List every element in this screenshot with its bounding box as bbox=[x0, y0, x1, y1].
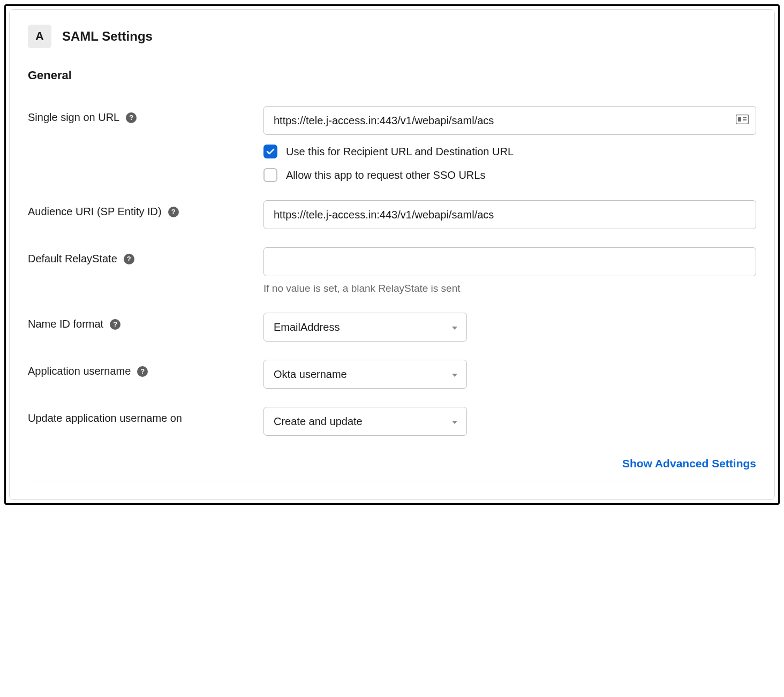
label-audience-uri: Audience URI (SP Entity ID) bbox=[28, 206, 162, 218]
row-sso-url: Single sign on URL ? bbox=[28, 106, 756, 182]
label-sso-url: Single sign on URL bbox=[28, 111, 119, 124]
row-update-username-on: Update application username on Create an… bbox=[28, 407, 756, 436]
row-app-username: Application username ? Okta username bbox=[28, 360, 756, 389]
name-id-format-select[interactable]: EmailAddress bbox=[263, 313, 467, 342]
help-icon[interactable]: ? bbox=[124, 254, 134, 264]
section-heading-general: General bbox=[28, 69, 756, 82]
label-name-id-format: Name ID format bbox=[28, 318, 103, 330]
svg-rect-2 bbox=[743, 117, 747, 118]
help-icon[interactable]: ? bbox=[168, 207, 179, 217]
update-username-on-select[interactable]: Create and update bbox=[263, 407, 467, 436]
row-audience-uri: Audience URI (SP Entity ID) ? bbox=[28, 200, 756, 229]
show-advanced-settings-link[interactable]: Show Advanced Settings bbox=[622, 457, 756, 469]
help-icon[interactable]: ? bbox=[137, 366, 148, 377]
panel-title: SAML Settings bbox=[62, 29, 153, 44]
section-divider bbox=[28, 481, 756, 481]
sso-url-input[interactable] bbox=[263, 106, 756, 135]
svg-rect-1 bbox=[738, 117, 741, 122]
checkbox-recipient-url[interactable] bbox=[263, 145, 277, 158]
row-name-id-format: Name ID format ? EmailAddress bbox=[28, 313, 756, 342]
svg-rect-0 bbox=[736, 115, 749, 124]
relay-state-help-text: If no value is set, a blank RelayState i… bbox=[263, 283, 756, 294]
row-relay-state: Default RelayState ? If no value is set,… bbox=[28, 247, 756, 294]
step-badge: A bbox=[28, 25, 51, 48]
audience-uri-input[interactable] bbox=[263, 200, 756, 229]
label-relay-state: Default RelayState bbox=[28, 253, 117, 265]
help-icon[interactable]: ? bbox=[110, 319, 120, 330]
help-icon[interactable]: ? bbox=[126, 112, 137, 123]
label-update-username-on: Update application username on bbox=[28, 412, 182, 425]
id-card-icon bbox=[736, 115, 749, 126]
relay-state-input[interactable] bbox=[263, 247, 756, 276]
svg-rect-3 bbox=[743, 119, 747, 120]
panel-header: A SAML Settings bbox=[28, 25, 756, 48]
saml-settings-panel: A SAML Settings General Single sign on U… bbox=[9, 9, 775, 500]
app-username-select[interactable]: Okta username bbox=[263, 360, 467, 389]
checkbox-allow-other-sso-urls[interactable] bbox=[263, 168, 277, 182]
label-app-username: Application username bbox=[28, 365, 131, 377]
checkbox-allow-other-sso-urls-label: Allow this app to request other SSO URLs bbox=[286, 169, 485, 181]
checkbox-recipient-url-label: Use this for Recipient URL and Destinati… bbox=[286, 146, 514, 158]
